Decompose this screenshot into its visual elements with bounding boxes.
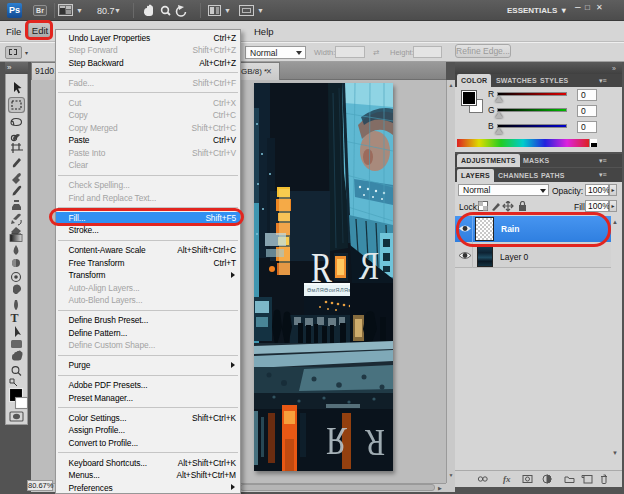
svg-text:T: T xyxy=(11,311,19,325)
svg-text:R: R xyxy=(364,422,385,464)
svg-text:fx: fx xyxy=(503,474,511,484)
svg-text:R: R xyxy=(326,419,347,464)
svg-text:R: R xyxy=(359,243,379,288)
